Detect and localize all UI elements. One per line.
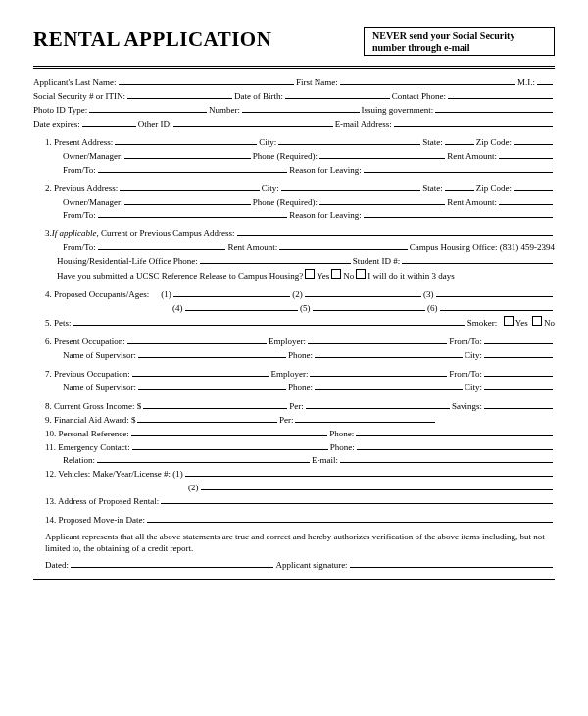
blank-city-7[interactable] — [484, 382, 553, 390]
blank-occupation-6[interactable] — [127, 335, 267, 344]
blank-employer-6[interactable] — [308, 335, 447, 344]
blank-income[interactable] — [143, 400, 287, 409]
blank-email[interactable] — [394, 118, 553, 127]
blank-first-name[interactable] — [340, 77, 515, 85]
blank-occ-4[interactable] — [185, 302, 299, 311]
blank-occ-5[interactable] — [313, 302, 426, 311]
blank-expires[interactable] — [82, 118, 136, 127]
blank-state-1[interactable] — [445, 136, 474, 145]
section-4-label: 4. Proposed Occupants/Ages: — [45, 288, 149, 302]
blank-supervisor-7[interactable] — [138, 382, 286, 390]
label-city-1: City: — [259, 136, 276, 150]
blank-rent-1[interactable] — [499, 150, 553, 159]
blank-owner-2[interactable] — [124, 196, 250, 205]
blank-reference[interactable] — [131, 428, 328, 436]
blank-phone-7[interactable] — [315, 382, 463, 390]
checkbox-smoker-no[interactable] — [532, 316, 542, 326]
blank-issue[interactable] — [435, 104, 553, 113]
blank-contact[interactable] — [448, 90, 553, 99]
label-ucsc-ref: Have you submitted a UCSC Reference Rele… — [57, 270, 303, 283]
blank-proposed-addr[interactable] — [161, 495, 553, 504]
blank-zip-2[interactable] — [514, 182, 553, 191]
blank-city-2[interactable] — [281, 182, 421, 191]
label-rent-2: Rent Amount: — [447, 196, 497, 210]
blank-state-2[interactable] — [445, 182, 474, 191]
blank-fromto-3[interactable] — [98, 241, 226, 250]
label-owner-1: Owner/Manager: — [63, 150, 122, 164]
blank-city-6[interactable] — [484, 349, 553, 358]
section-8-label: 8. Current Gross Income: $ — [45, 400, 141, 414]
blank-occ-3[interactable] — [436, 288, 553, 297]
blank-employer-7[interactable] — [310, 368, 447, 377]
blank-occupation-7[interactable] — [132, 368, 270, 377]
blank-campus-addr[interactable] — [237, 228, 554, 236]
blank-occ-6[interactable] — [440, 302, 554, 311]
label-emergency-email: E-mail: — [312, 454, 338, 468]
label-occ-1: (1) — [161, 288, 172, 302]
blank-mi[interactable] — [537, 77, 553, 85]
blank-supervisor-6[interactable] — [138, 349, 286, 358]
label-reason-1: Reason for Leaving: — [289, 164, 361, 178]
label-employer-7: Employer: — [270, 368, 308, 382]
blank-otherid[interactable] — [173, 118, 332, 127]
blank-idtype[interactable] — [89, 104, 207, 113]
blank-fromto-7[interactable] — [484, 368, 553, 377]
blank-movein[interactable] — [147, 514, 553, 523]
section-3-prefix: 3. — [45, 228, 52, 241]
blank-phone-10[interactable] — [356, 428, 553, 436]
label-campus-office: Campus Housing Office: (831) 459-2394 — [410, 241, 555, 255]
blank-city-1[interactable] — [278, 136, 420, 145]
warning-box: NEVER send your Social Security number t… — [364, 27, 555, 56]
blank-occ-1[interactable] — [173, 288, 290, 297]
blank-fromto-1[interactable] — [98, 164, 287, 173]
blank-occ-2[interactable] — [305, 288, 421, 297]
label-first-name: First Name: — [296, 77, 338, 90]
blank-rent-2[interactable] — [499, 196, 553, 205]
blank-phone-req-2[interactable] — [319, 196, 445, 205]
label-idnum: Number: — [209, 104, 240, 118]
checkbox-smoker-yes[interactable] — [504, 316, 514, 326]
label-reason-2: Reason for Leaving: — [289, 209, 361, 223]
blank-savings[interactable] — [484, 400, 553, 409]
blank-relation[interactable] — [97, 454, 310, 463]
label-last-name: Applicant's Last Name: — [33, 77, 117, 90]
blank-phone-req-1[interactable] — [319, 150, 445, 159]
blank-ssn[interactable] — [127, 90, 232, 99]
blank-housing-phone[interactable] — [200, 255, 351, 264]
label-occ-6: (6) — [427, 302, 438, 316]
label-occ-3: (3) — [423, 288, 434, 302]
blank-vehicle-2[interactable] — [201, 482, 554, 490]
label-smoker-no: No — [544, 317, 555, 331]
blank-emergency[interactable] — [132, 441, 328, 450]
blank-aid[interactable] — [137, 414, 277, 423]
blank-signature[interactable] — [350, 559, 553, 568]
blank-reason-2[interactable] — [364, 209, 553, 218]
blank-dob[interactable] — [285, 90, 390, 99]
label-savings: Savings: — [452, 400, 482, 414]
label-occ-4: (4) — [172, 302, 183, 316]
blank-pets[interactable] — [74, 317, 466, 326]
blank-vehicle-1[interactable] — [185, 468, 553, 477]
blank-phone-11[interactable] — [357, 441, 553, 450]
blank-last-name[interactable] — [119, 77, 294, 85]
blank-address-1[interactable] — [115, 136, 257, 145]
blank-student-id[interactable] — [402, 255, 553, 264]
blank-idnum[interactable] — [242, 104, 360, 113]
blank-dated[interactable] — [71, 559, 273, 568]
blank-owner-1[interactable] — [124, 150, 250, 159]
checkbox-ref-yes[interactable] — [305, 269, 315, 279]
blank-fromto-2[interactable] — [98, 209, 287, 218]
blank-rent-3[interactable] — [279, 241, 408, 250]
blank-reason-1[interactable] — [364, 164, 553, 173]
blank-per-8[interactable] — [306, 400, 450, 409]
blank-fromto-6[interactable] — [484, 335, 553, 344]
blank-address-2[interactable] — [120, 182, 260, 191]
blank-emergency-email[interactable] — [340, 454, 553, 463]
label-fromto-1: From/To: — [63, 164, 96, 178]
blank-per-9[interactable] — [295, 414, 435, 423]
checkbox-ref-no[interactable] — [331, 269, 341, 279]
checkbox-ref-3days[interactable] — [356, 269, 366, 279]
blank-phone-6[interactable] — [315, 349, 463, 358]
label-phone-7: Phone: — [288, 382, 313, 395]
blank-zip-1[interactable] — [514, 136, 553, 145]
